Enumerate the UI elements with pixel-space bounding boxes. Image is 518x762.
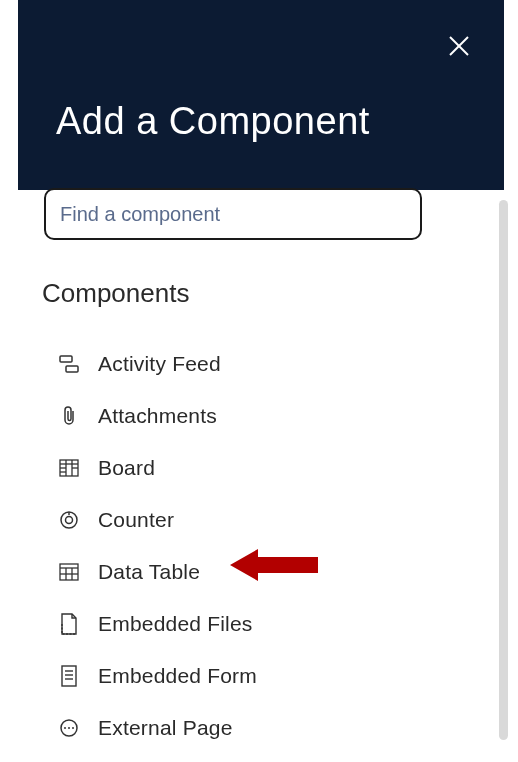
component-list: Activity Feed Attachments (58, 338, 418, 754)
data-table-icon (58, 561, 80, 583)
item-label: External Page (98, 716, 233, 740)
item-label: Data Table (98, 560, 200, 584)
modal-header: Add a Component (18, 0, 504, 190)
modal-title: Add a Component (56, 100, 370, 143)
search-wrap (44, 188, 422, 240)
embedded-form-icon (58, 665, 80, 687)
svg-point-12 (66, 517, 73, 524)
external-page-icon (58, 717, 80, 739)
component-item-embedded-files[interactable]: Embedded Files (58, 598, 418, 650)
item-label: Counter (98, 508, 174, 532)
item-label: Embedded Files (98, 612, 253, 636)
component-item-attachments[interactable]: Attachments (58, 390, 418, 442)
svg-point-26 (72, 727, 74, 729)
counter-icon (58, 509, 80, 531)
scrollbar[interactable] (499, 200, 508, 740)
svg-rect-2 (60, 356, 72, 362)
component-item-activity-feed[interactable]: Activity Feed (58, 338, 418, 390)
svg-rect-3 (66, 366, 78, 372)
item-label: Embedded Form (98, 664, 257, 688)
item-label: Attachments (98, 404, 217, 428)
search-input[interactable] (44, 188, 422, 240)
item-label: Board (98, 456, 155, 480)
svg-rect-19 (62, 666, 76, 686)
section-heading-components: Components (42, 278, 189, 309)
feed-icon (58, 353, 80, 375)
svg-point-25 (68, 727, 70, 729)
component-item-board[interactable]: Board (58, 442, 418, 494)
component-item-external-page[interactable]: External Page (58, 702, 418, 754)
embedded-file-icon (58, 613, 80, 635)
board-icon (58, 457, 80, 479)
svg-rect-14 (60, 564, 78, 580)
item-label: Activity Feed (98, 352, 221, 376)
close-icon (448, 35, 470, 60)
paperclip-icon (58, 405, 80, 427)
component-item-embedded-form[interactable]: Embedded Form (58, 650, 418, 702)
close-button[interactable] (444, 32, 474, 62)
component-item-data-table[interactable]: Data Table (58, 546, 418, 598)
svg-point-24 (64, 727, 66, 729)
component-item-counter[interactable]: Counter (58, 494, 418, 546)
